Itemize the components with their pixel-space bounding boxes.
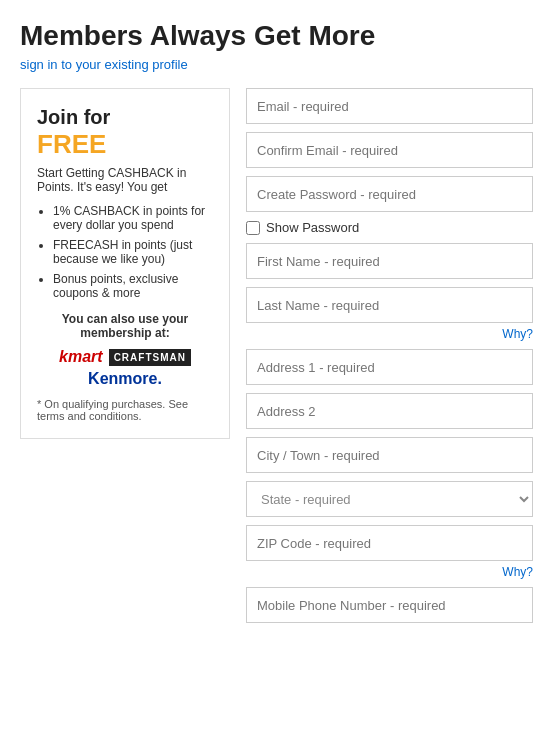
fine-print: * On qualifying purchases. See terms and… <box>37 398 213 422</box>
show-password-checkbox[interactable] <box>246 221 260 235</box>
brand-logos: kmart CRAFTSMAN <box>37 348 213 366</box>
kmart-logo: kmart <box>59 348 103 366</box>
why-link-lastname[interactable]: Why? <box>502 327 533 341</box>
zip-field[interactable] <box>246 525 533 561</box>
benefits-list: 1% CASHBACK in points for every dollar y… <box>37 204 213 300</box>
mobile-phone-field[interactable] <box>246 587 533 623</box>
state-select[interactable]: State - required AL AK AZ AR CA CO CT DE… <box>246 481 533 517</box>
why-row-zip: Why? <box>246 565 533 579</box>
registration-form: Show Password Why? State - required AL A… <box>246 88 533 623</box>
page-title: Members Always Get More <box>20 20 533 52</box>
kenmore-logo: Kenmore. <box>37 370 213 388</box>
promo-panel: Join for FREE Start Getting CASHBACK in … <box>20 88 230 439</box>
why-link-zip[interactable]: Why? <box>502 565 533 579</box>
last-name-field[interactable] <box>246 287 533 323</box>
main-layout: Join for FREE Start Getting CASHBACK in … <box>20 88 533 623</box>
show-password-label[interactable]: Show Password <box>266 220 359 235</box>
first-name-field[interactable] <box>246 243 533 279</box>
create-password-field[interactable] <box>246 176 533 212</box>
address2-field[interactable] <box>246 393 533 429</box>
free-label: FREE <box>37 129 213 160</box>
list-item: 1% CASHBACK in points for every dollar y… <box>53 204 213 232</box>
email-field[interactable] <box>246 88 533 124</box>
list-item: FREECASH in points (just because we like… <box>53 238 213 266</box>
membership-also-label: You can also use your membership at: <box>37 312 213 340</box>
join-label: Join for <box>37 105 213 129</box>
city-field[interactable] <box>246 437 533 473</box>
sign-in-link[interactable]: sign in to your existing profile <box>20 57 188 72</box>
tagline: Start Getting CASHBACK in Points. It's e… <box>37 166 213 194</box>
confirm-email-field[interactable] <box>246 132 533 168</box>
why-row-lastname: Why? <box>246 327 533 341</box>
craftsman-logo: CRAFTSMAN <box>109 349 191 366</box>
show-password-row: Show Password <box>246 220 533 235</box>
list-item: Bonus points, exclusive coupons & more <box>53 272 213 300</box>
address1-field[interactable] <box>246 349 533 385</box>
